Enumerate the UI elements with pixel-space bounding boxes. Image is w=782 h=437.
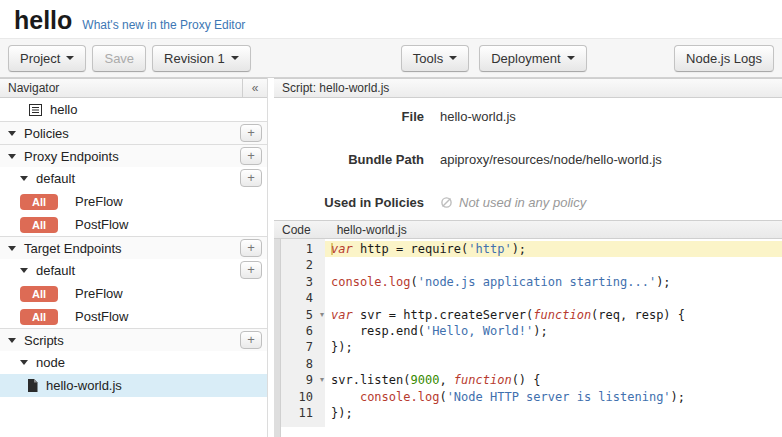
code-line[interactable]: }); bbox=[325, 339, 782, 355]
line-number[interactable]: 5▾ bbox=[281, 307, 325, 323]
collapse-panel-button[interactable]: « bbox=[242, 79, 267, 97]
nav-item-label: PreFlow bbox=[75, 286, 123, 301]
add-script-button[interactable]: + bbox=[240, 331, 262, 349]
line-number: 11 bbox=[281, 405, 325, 421]
nav-section-scripts[interactable]: Scripts + bbox=[0, 328, 267, 351]
fold-arrow-icon[interactable]: ▾ bbox=[320, 372, 324, 388]
project-menu-button[interactable]: Project bbox=[8, 45, 86, 72]
editor-left-strip bbox=[274, 239, 281, 437]
file-icon bbox=[27, 379, 38, 392]
line-number: 2 bbox=[281, 257, 325, 273]
bundle-path-label: Bundle Path bbox=[274, 152, 424, 167]
chevron-down-icon bbox=[8, 338, 16, 343]
nodejs-logs-button[interactable]: Node.js Logs bbox=[674, 45, 774, 72]
script-details: File hello-world.js Bundle Path apiproxy… bbox=[274, 98, 782, 220]
nav-group-label: node bbox=[36, 355, 65, 370]
code-line[interactable]: var http = require('http'); bbox=[325, 241, 782, 257]
script-panel-header: Script: hello-world.js bbox=[274, 78, 782, 98]
add-proxy-endpoint-button[interactable]: + bbox=[240, 147, 262, 165]
nav-item-proxy-preflow[interactable]: All PreFlow bbox=[0, 190, 267, 213]
line-number[interactable]: 9▾ bbox=[281, 372, 325, 388]
deployment-menu-button[interactable]: Deployment bbox=[479, 45, 586, 72]
used-in-policies-label: Used in Policies bbox=[274, 195, 424, 210]
nav-group-target-default[interactable]: default + bbox=[0, 259, 267, 282]
code-lines[interactable]: var http = require('http');console.log('… bbox=[325, 239, 782, 437]
nav-item-label: hello bbox=[50, 102, 77, 117]
chevron-down-icon bbox=[8, 131, 16, 136]
nav-section-label: Scripts bbox=[24, 333, 64, 348]
chevron-down-icon bbox=[231, 56, 239, 60]
nav-item-script-file[interactable]: hello-world.js bbox=[0, 374, 267, 397]
code-line[interactable]: resp.end('Hello, World!'); bbox=[325, 323, 782, 339]
flow-count-badge: All bbox=[20, 217, 58, 233]
add-flow-button[interactable]: + bbox=[240, 169, 262, 187]
tools-menu-label: Tools bbox=[413, 51, 443, 66]
nav-item-proxy-postflow[interactable]: All PostFlow bbox=[0, 213, 267, 236]
chevron-down-icon bbox=[20, 268, 28, 273]
add-policy-button[interactable]: + bbox=[240, 124, 262, 142]
revision-menu-label: Revision 1 bbox=[164, 51, 225, 66]
code-filename: hello-world.js bbox=[337, 223, 407, 237]
code-line[interactable] bbox=[325, 257, 782, 273]
code-line[interactable]: }); bbox=[325, 405, 782, 421]
main-area: Navigator « hello Policies + Proxy Endpo… bbox=[0, 78, 782, 437]
line-number: 3 bbox=[281, 274, 325, 290]
nav-item-target-postflow[interactable]: All PostFlow bbox=[0, 305, 267, 328]
code-line[interactable] bbox=[325, 290, 782, 306]
nav-section-proxy-endpoints[interactable]: Proxy Endpoints + bbox=[0, 144, 267, 167]
add-target-endpoint-button[interactable]: + bbox=[240, 239, 262, 257]
nav-item-label: hello-world.js bbox=[46, 378, 122, 393]
flow-count-badge: All bbox=[20, 194, 58, 210]
nav-item-label: PostFlow bbox=[75, 217, 128, 232]
nav-group-node[interactable]: node bbox=[0, 351, 267, 374]
chevron-down-icon bbox=[8, 246, 16, 251]
script-panel-title: Script: hello-world.js bbox=[282, 81, 389, 95]
file-label: File bbox=[274, 109, 424, 124]
code-line[interactable]: var svr = http.createServer(function(req… bbox=[325, 307, 782, 323]
line-number: 1 bbox=[281, 241, 325, 257]
code-header-label: Code bbox=[282, 223, 311, 237]
page-title: hello bbox=[14, 6, 72, 35]
whats-new-link[interactable]: What's new in the Proxy Editor bbox=[82, 18, 245, 32]
file-value: hello-world.js bbox=[440, 109, 516, 124]
nav-item-bundle[interactable]: hello bbox=[0, 98, 267, 121]
code-editor[interactable]: 12345▾6789▾1011 var http = require('http… bbox=[274, 239, 782, 437]
save-button[interactable]: Save bbox=[92, 45, 146, 72]
code-line[interactable]: svr.listen(9000, function() { bbox=[325, 372, 782, 388]
nav-group-label: default bbox=[36, 263, 75, 278]
used-in-policies-value: Not used in any policy bbox=[440, 195, 586, 210]
code-gutter: 12345▾6789▾1011 bbox=[281, 239, 325, 427]
nav-group-proxy-default[interactable]: default + bbox=[0, 167, 267, 190]
used-in-policies-text: Not used in any policy bbox=[459, 195, 586, 210]
code-header: Code hello-world.js bbox=[274, 220, 782, 239]
navigator-title: Navigator bbox=[8, 81, 59, 95]
nav-group-label: default bbox=[36, 171, 75, 186]
chevron-down-icon bbox=[66, 56, 74, 60]
chevron-down-icon bbox=[20, 360, 28, 365]
code-line[interactable]: console.log('Node HTTP server is listeni… bbox=[325, 389, 782, 405]
chevron-down-icon bbox=[449, 56, 457, 60]
tools-menu-button[interactable]: Tools bbox=[401, 45, 469, 72]
detail-row-file: File hello-world.js bbox=[274, 109, 782, 124]
nav-section-target-endpoints[interactable]: Target Endpoints + bbox=[0, 236, 267, 259]
page-header: hello What's new in the Proxy Editor bbox=[0, 0, 782, 38]
detail-row-used-in-policies: Used in Policies Not used in any policy bbox=[274, 195, 782, 210]
nav-section-policies[interactable]: Policies + bbox=[0, 121, 267, 144]
chevron-down-icon bbox=[567, 56, 575, 60]
add-flow-button[interactable]: + bbox=[240, 261, 262, 279]
nav-item-target-preflow[interactable]: All PreFlow bbox=[0, 282, 267, 305]
code-line[interactable]: console.log('node.js application startin… bbox=[325, 274, 782, 290]
chevron-down-icon bbox=[20, 176, 28, 181]
code-line[interactable] bbox=[325, 356, 782, 372]
nav-section-label: Target Endpoints bbox=[24, 241, 122, 256]
script-detail-panel: Script: hello-world.js File hello-world.… bbox=[274, 78, 782, 437]
revision-menu-button[interactable]: Revision 1 bbox=[152, 45, 251, 72]
toolbar: Project Save Revision 1 Tools Deployment… bbox=[0, 38, 782, 78]
nav-item-label: PreFlow bbox=[75, 194, 123, 209]
deployment-menu-label: Deployment bbox=[491, 51, 560, 66]
bundle-icon bbox=[29, 104, 42, 116]
nav-item-label: PostFlow bbox=[75, 309, 128, 324]
navigator-panel: Navigator « hello Policies + Proxy Endpo… bbox=[0, 78, 268, 437]
broken-link-icon bbox=[440, 196, 453, 209]
fold-arrow-icon[interactable]: ▾ bbox=[320, 307, 324, 323]
